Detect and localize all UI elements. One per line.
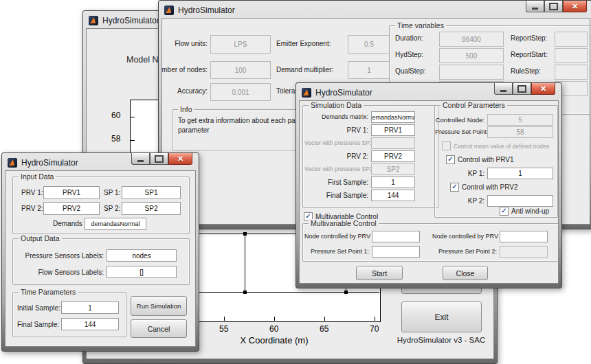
first-sample-field[interactable]: 1 (371, 177, 415, 188)
control-window: HydroSimulator ✕ Simulation Data Demands… (296, 82, 562, 288)
x-axis-label: X Coordinate (m) (205, 335, 343, 345)
initial-sample-field[interactable]: 1 (61, 302, 119, 314)
node-prv1-field[interactable] (372, 231, 420, 242)
demands-file-field[interactable]: demandasNormal (85, 218, 146, 230)
vector-sp1-field[interactable] (371, 137, 415, 149)
x-tick-mark (324, 317, 325, 321)
demand-multiplier-field[interactable]: 1 (348, 61, 390, 79)
matlab-app-icon (302, 88, 311, 98)
hydstep-label: HydStep: (395, 51, 423, 58)
close-button[interactable]: ✕ (168, 153, 192, 165)
minimize-button[interactable] (526, 1, 544, 12)
io-window-body: Input Data PRV 1: PRV1 SP 1: SP1 PRV 2: … (5, 170, 196, 347)
sp2-label: SP 2: (104, 205, 120, 212)
kp2-field[interactable] (487, 195, 553, 207)
maximize-button[interactable] (513, 83, 531, 95)
time-parameters-title: Time Parameters (19, 288, 78, 296)
x-tick-mark (274, 317, 275, 321)
anti-windup-checkbox[interactable]: Anti wind-up (500, 207, 549, 216)
y-tick-58: 58 (111, 134, 120, 144)
io-window: HydroSimulator ✕ Input Data PRV 1: PRV1 … (1, 152, 199, 352)
kp1-field[interactable]: 1 (487, 168, 553, 179)
pressure-set-point-label: Pressure Set Point: (435, 128, 484, 135)
prv1-label: PRV 1: (304, 126, 368, 134)
demand-multiplier-label: Demand multiplier: (276, 66, 333, 73)
reportstart-field[interactable] (555, 48, 588, 63)
pressure-set-point-field[interactable]: 58 (487, 126, 553, 138)
reportstep-field[interactable] (555, 32, 588, 47)
simulation-data-title: Simulation Data (309, 101, 364, 109)
flow-sensors-field[interactable]: [] (107, 266, 177, 278)
control-with-prv2-checkbox[interactable]: Control with PRV2 (450, 183, 518, 192)
footer-version-text: HydroSimulator v3 - SAC (392, 336, 490, 344)
output-data-title: Output Data (19, 234, 62, 242)
control-with-prv1-checkbox[interactable]: Control with PRV1 (446, 155, 514, 164)
start-button[interactable]: Start (356, 266, 403, 280)
x-tick-mark (224, 317, 225, 321)
close-button[interactable]: ✕ (531, 83, 555, 95)
emitter-exponent-field[interactable]: 0.5 (348, 35, 390, 54)
prv1-field[interactable]: PRV1 (43, 186, 100, 199)
exit-button[interactable]: Exit (401, 302, 482, 332)
time-variables-title: Time variables (395, 21, 446, 30)
y-tick-60: 60 (111, 111, 120, 120)
number-of-nodes-field[interactable]: 100 (210, 61, 271, 79)
x-tick-60: 60 (269, 324, 278, 334)
close-button[interactable]: ✕ (563, 1, 587, 12)
matlab-app-icon (8, 158, 17, 168)
rulestep-field[interactable] (555, 65, 588, 80)
duration-field[interactable]: 86400 (439, 32, 504, 47)
setpoint2-label: Pressure Set Point 2: (432, 248, 497, 255)
y-tick-mark (131, 117, 135, 117)
accuracy-label: Accuracy: (165, 87, 208, 95)
minimize-button[interactable] (494, 83, 513, 95)
accuracy-field[interactable]: 0.001 (210, 83, 271, 101)
simulation-data-group: Simulation Data Demands matrix: demandas… (302, 105, 438, 208)
cancel-button[interactable]: Cancel (131, 319, 187, 338)
maximize-button[interactable] (150, 153, 168, 165)
run-simulation-button[interactable]: Run Simulation (131, 296, 187, 316)
close-dialog-button[interactable]: Close (443, 266, 488, 280)
node-prv2-field[interactable] (500, 231, 548, 242)
setpoint2-field[interactable] (500, 246, 548, 258)
final-sample-field[interactable]: 144 (371, 190, 415, 201)
network-node[interactable] (344, 291, 348, 294)
x-tick-55: 55 (219, 324, 228, 334)
number-of-nodes-label: Number of nodes: (161, 66, 208, 73)
vector-sp2-field[interactable]: SP2 (371, 163, 415, 175)
main-window-title: HydroSimulator (102, 16, 159, 25)
prv1-field[interactable]: PRV1 (371, 124, 415, 136)
matlab-app-icon (89, 16, 98, 25)
final-sample-field[interactable]: 144 (61, 318, 119, 330)
sp2-field[interactable]: SP2 (122, 202, 181, 215)
network-node[interactable] (243, 291, 247, 294)
prv1-label: PRV 1: (21, 189, 43, 196)
pressure-sensors-label: Pressure Sensors Labels: (23, 252, 104, 260)
setpoint1-field[interactable] (372, 246, 420, 258)
maximize-button[interactable] (544, 1, 563, 12)
hydstep-field[interactable]: 500 (439, 48, 504, 63)
prv2-field[interactable]: PRV2 (43, 202, 100, 215)
sp1-field[interactable]: SP1 (122, 186, 181, 199)
minimize-button[interactable] (131, 153, 150, 165)
control-with-prv2-label: Control with PRV2 (462, 183, 518, 191)
controlled-node-label: Controlled Node: (435, 116, 484, 124)
control-mean-checkbox-label: Control mean value of defined nodes (454, 143, 549, 150)
anti-windup-label: Anti wind-up (511, 207, 549, 215)
info-text-line2: parameter (178, 126, 210, 134)
demands-matrix-field[interactable]: demandasNormal (371, 111, 415, 123)
reportstart-label: ReportStart: (511, 51, 548, 58)
prv2-field[interactable]: PRV2 (371, 150, 415, 162)
checkbox-box (446, 155, 455, 164)
settings-caption-buttons: ✕ (526, 1, 587, 12)
duration-label: Duration: (395, 34, 423, 42)
controlled-node-field[interactable]: 5 (487, 114, 553, 126)
settings-window-title: HydroSimulator (178, 5, 235, 15)
network-node[interactable] (243, 232, 247, 236)
flow-units-field[interactable]: LPS (210, 35, 271, 54)
checkbox-box (450, 183, 459, 192)
control-mean-checkbox[interactable]: Control mean value of defined nodes (442, 141, 549, 150)
qualstep-field[interactable] (439, 65, 504, 80)
demands-matrix-label: Demands matrix: (304, 113, 368, 120)
pressure-sensors-field[interactable]: nodes (107, 249, 177, 262)
